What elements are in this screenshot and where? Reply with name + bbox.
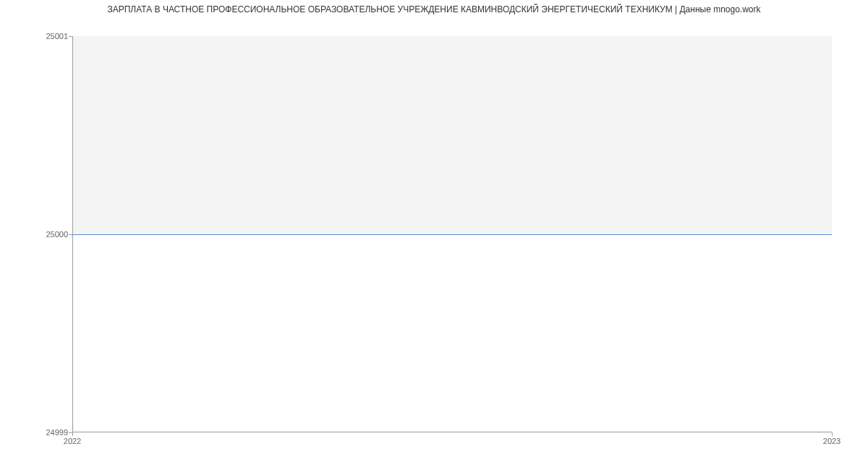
x-tick-mark	[832, 432, 833, 436]
x-axis	[72, 432, 832, 432]
salary-chart: ЗАРПЛАТА В ЧАСТНОЕ ПРОФЕССИОНАЛЬНОЕ ОБРА…	[0, 0, 868, 470]
y-tick-label: 25000	[46, 230, 68, 239]
y-tick-label: 25001	[46, 32, 68, 40]
y-tick-label: 24999	[46, 428, 68, 437]
x-tick-label: 2023	[823, 437, 841, 445]
chart-title: ЗАРПЛАТА В ЧАСТНОЕ ПРОФЕССИОНАЛЬНОЕ ОБРА…	[0, 4, 868, 14]
plot-band-upper	[72, 36, 832, 234]
y-tick-mark	[69, 36, 72, 37]
x-tick-label: 2022	[64, 437, 81, 445]
x-tick-mark	[72, 432, 73, 436]
plot-area	[72, 36, 832, 432]
series-line	[72, 234, 832, 235]
